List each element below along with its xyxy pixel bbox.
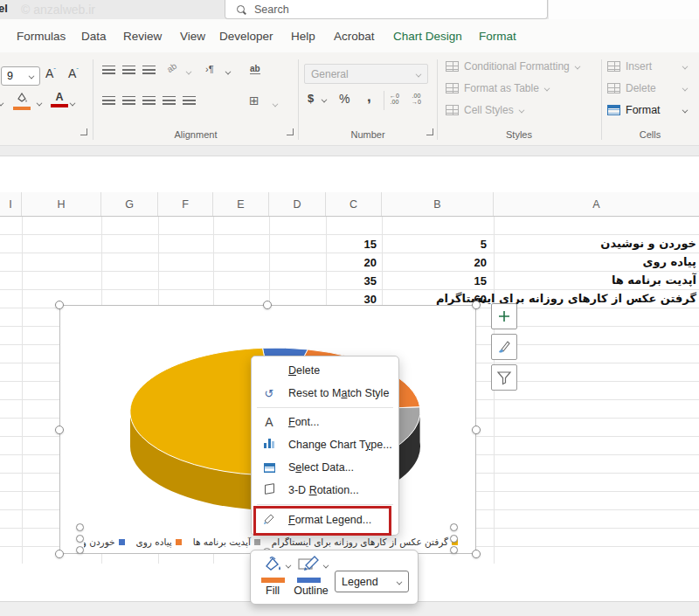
menu-item-change-chart-type[interactable]: Change Chart Type... bbox=[252, 433, 398, 456]
increase-indent-icon[interactable] bbox=[163, 96, 176, 106]
column-header[interactable]: F bbox=[158, 192, 213, 216]
cell-styles-button[interactable]: Cell Styles bbox=[446, 104, 524, 116]
cell-c4[interactable]: 35 bbox=[326, 274, 377, 287]
cell-a4[interactable]: آپدیت برنامه ها bbox=[612, 273, 696, 287]
text-direction-icon[interactable]: ›¶ bbox=[205, 64, 214, 74]
number-dialog-launcher-icon[interactable] bbox=[426, 128, 433, 135]
menu-item-reset-to-match-style[interactable]: ↺ Reset to Match Style bbox=[252, 382, 398, 405]
merge-chevron-icon[interactable] bbox=[273, 101, 279, 107]
font-dialog-launcher-icon[interactable] bbox=[80, 128, 87, 135]
legend-item[interactable]: آپدیت برنامه ها bbox=[193, 536, 260, 547]
cell-c5[interactable]: 30 bbox=[326, 293, 377, 306]
column-header[interactable]: I bbox=[0, 192, 22, 216]
increase-decimal-button[interactable]: ←0.00 bbox=[390, 93, 399, 105]
legend-item[interactable]: گرفتن عکس از کارهای روزانه برای اینستاگر… bbox=[272, 536, 458, 547]
tab-developer[interactable]: Developer bbox=[219, 30, 273, 43]
fill-chevron-icon[interactable] bbox=[286, 563, 292, 569]
chart-elements-button[interactable] bbox=[491, 303, 517, 329]
tab-review[interactable]: Review bbox=[123, 30, 162, 43]
insert-cells-button[interactable]: Insert bbox=[607, 60, 688, 73]
cell-a3[interactable]: پیاده روی bbox=[643, 255, 696, 268]
currency-format-button[interactable]: $ bbox=[308, 92, 314, 105]
legend-handle[interactable] bbox=[76, 523, 84, 531]
column-header[interactable]: G bbox=[101, 192, 158, 216]
align-middle-icon[interactable] bbox=[122, 66, 135, 75]
tab-acrobat[interactable]: Acrobat bbox=[334, 30, 375, 43]
format-as-table-button[interactable]: Format as Table bbox=[446, 82, 550, 94]
chart-styles-button[interactable] bbox=[491, 334, 517, 360]
chart-handle[interactable] bbox=[472, 301, 481, 309]
direction-chevron-icon[interactable] bbox=[225, 69, 232, 75]
legend-handle[interactable] bbox=[76, 535, 84, 543]
format-cells-button[interactable]: Format bbox=[607, 104, 688, 116]
wrap-text-icon[interactable]: ab bbox=[250, 64, 260, 74]
column-header[interactable]: A bbox=[494, 192, 699, 216]
chart-handle[interactable] bbox=[472, 426, 481, 434]
chart-element-dropdown[interactable]: Legend bbox=[335, 571, 409, 592]
cell-c2[interactable]: 15 bbox=[326, 238, 377, 251]
decrease-decimal-button[interactable]: .00→0 bbox=[412, 93, 421, 105]
orientation-icon[interactable]: ab bbox=[165, 61, 178, 74]
chart-handle[interactable] bbox=[55, 426, 64, 434]
tab-data[interactable]: Data bbox=[81, 30, 107, 43]
tab-chart-design[interactable]: Chart Design bbox=[393, 30, 462, 43]
decrease-indent-icon[interactable] bbox=[183, 96, 196, 106]
fill-button[interactable] bbox=[261, 556, 285, 583]
outline-button[interactable] bbox=[297, 556, 321, 583]
menu-item-select-data[interactable]: Select Data... bbox=[252, 456, 398, 479]
column-header[interactable]: B bbox=[382, 192, 494, 216]
merge-center-icon[interactable]: ⊞ bbox=[249, 93, 260, 107]
align-top-icon[interactable] bbox=[102, 66, 115, 75]
legend-item[interactable]: پیاده روی bbox=[136, 536, 182, 547]
formula-bar-area[interactable] bbox=[0, 157, 699, 192]
legend-handle[interactable] bbox=[450, 535, 458, 543]
column-header[interactable]: H bbox=[22, 192, 101, 216]
align-right-icon[interactable] bbox=[102, 96, 115, 106]
tab-help[interactable]: Help bbox=[291, 30, 315, 43]
fill-color-button[interactable] bbox=[13, 93, 31, 110]
chart-handle[interactable] bbox=[263, 301, 272, 309]
cell-a2[interactable]: خوردن و نوشیدن bbox=[600, 237, 696, 250]
legend-handle[interactable] bbox=[76, 546, 84, 554]
menu-item-delete[interactable]: Delete bbox=[252, 359, 398, 382]
fill-color-chevron-icon[interactable] bbox=[37, 100, 43, 107]
column-header[interactable]: E bbox=[213, 192, 269, 216]
align-center-icon[interactable] bbox=[122, 96, 135, 106]
legend-handle[interactable] bbox=[450, 523, 458, 531]
tab-formulas[interactable]: Formulas bbox=[17, 30, 66, 43]
orientation-chevron-icon[interactable] bbox=[186, 69, 192, 75]
comma-style-button[interactable]: , bbox=[367, 88, 371, 106]
tab-format[interactable]: Format bbox=[479, 30, 516, 43]
delete-cells-button[interactable]: Delete bbox=[607, 82, 688, 94]
font-color-chevron-icon[interactable] bbox=[70, 100, 76, 107]
cell-b2[interactable]: 5 bbox=[382, 238, 487, 251]
legend-handle[interactable] bbox=[450, 546, 458, 554]
tab-view[interactable]: View bbox=[180, 30, 205, 43]
legend-item[interactable]: خوردن و نوشیدن bbox=[84, 536, 125, 547]
search-input[interactable]: Search bbox=[225, 0, 548, 19]
align-bottom-icon[interactable] bbox=[142, 66, 156, 75]
conditional-formatting-button[interactable]: Conditional Formatting bbox=[446, 60, 580, 73]
chart-filters-button[interactable] bbox=[491, 364, 517, 391]
align-left-icon[interactable] bbox=[142, 96, 156, 106]
number-format-combo[interactable]: General bbox=[304, 64, 428, 84]
outline-chevron-icon[interactable] bbox=[323, 563, 329, 569]
font-color-button[interactable]: A bbox=[51, 92, 68, 107]
column-header[interactable]: C bbox=[326, 192, 382, 216]
cell-b3[interactable]: 20 bbox=[382, 256, 487, 269]
percent-style-button[interactable]: % bbox=[339, 92, 350, 106]
grow-font-button[interactable]: Aˆ bbox=[45, 66, 56, 80]
chart-handle[interactable] bbox=[55, 301, 64, 309]
border-dropdown-partial-icon[interactable] bbox=[0, 100, 3, 107]
currency-chevron-icon[interactable] bbox=[322, 97, 328, 103]
menu-item-font[interactable]: A Font... bbox=[252, 411, 398, 433]
alignment-dialog-launcher-icon[interactable] bbox=[287, 128, 294, 135]
menu-item-3d-rotation[interactable]: 3-D Rotation... bbox=[252, 479, 398, 502]
chart-handle[interactable] bbox=[472, 550, 481, 558]
chart-legend[interactable]: گرفتن عکس از کارهای روزانه برای اینستاگر… bbox=[84, 533, 458, 550]
cell-c3[interactable]: 20 bbox=[326, 256, 377, 269]
shrink-font-button[interactable]: Aˇ bbox=[68, 66, 79, 80]
column-header[interactable]: D bbox=[269, 192, 326, 216]
font-size-combo[interactable]: 9 bbox=[1, 66, 40, 86]
chart-handle[interactable] bbox=[55, 550, 64, 558]
